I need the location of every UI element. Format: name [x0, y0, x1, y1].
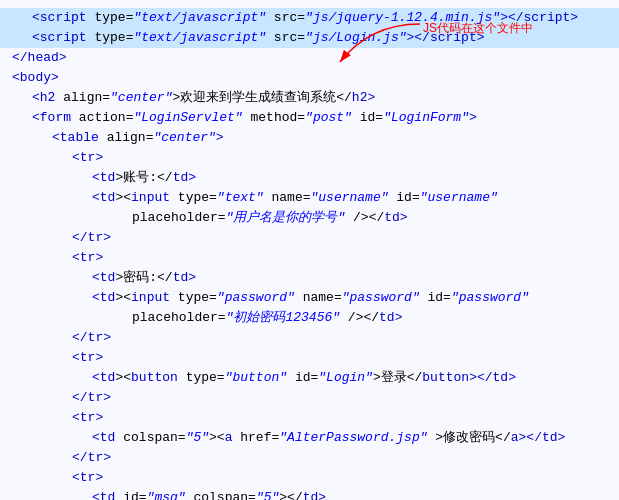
code-token: "初始密码123456"	[226, 310, 340, 325]
code-token: >欢迎来到学生成绩查询系统</	[172, 90, 351, 105]
code-token: "username"	[310, 190, 388, 205]
code-token: >	[103, 230, 111, 245]
code-token: /></	[340, 310, 379, 325]
code-line: <td><input type="password" name="passwor…	[0, 288, 619, 308]
code-token: <	[92, 490, 100, 500]
code-token: "password"	[217, 290, 295, 305]
code-token: td	[379, 310, 395, 325]
code-token: h2	[352, 90, 368, 105]
code-token: td	[100, 270, 116, 285]
code-token: head	[28, 50, 59, 65]
code-token: td	[493, 370, 509, 385]
code-token: button	[131, 370, 178, 385]
code-token: td	[384, 210, 400, 225]
code-line: <tr>	[0, 468, 619, 488]
code-token: >	[95, 150, 103, 165]
code-token: tr	[80, 410, 96, 425]
code-token: >	[508, 370, 516, 385]
code-token: input	[131, 290, 170, 305]
code-line: <td><button type="button" id="Login">登录<…	[0, 368, 619, 388]
code-token: "AlterPassword.jsp"	[279, 430, 427, 445]
code-token: id=	[389, 190, 420, 205]
code-line: <table align="center">	[0, 128, 619, 148]
code-token: </	[72, 230, 88, 245]
code-token: table	[60, 130, 99, 145]
code-token: h2	[40, 90, 56, 105]
code-token: >	[95, 470, 103, 485]
code-token: script	[40, 30, 87, 45]
code-token: "password"	[342, 290, 420, 305]
code-token: >	[95, 250, 103, 265]
code-token: >	[59, 50, 67, 65]
code-token: >	[318, 490, 326, 500]
code-token: <	[32, 90, 40, 105]
code-token: id=	[115, 490, 146, 500]
code-token: td	[100, 370, 116, 385]
code-token: <	[12, 70, 20, 85]
code-token: td	[303, 490, 319, 500]
code-token: <	[72, 350, 80, 365]
code-token: href=	[232, 430, 279, 445]
code-token: <	[92, 170, 100, 185]
code-token: "msg"	[147, 490, 186, 500]
code-token: >	[400, 210, 408, 225]
code-token: colspan=	[115, 430, 185, 445]
code-token: <	[92, 370, 100, 385]
code-token: ><	[209, 430, 225, 445]
code-token: colspan=	[186, 490, 256, 500]
code-token: td	[100, 290, 116, 305]
code-token: "LoginServlet"	[133, 110, 242, 125]
code-token: >	[395, 310, 403, 325]
code-token: td	[173, 270, 189, 285]
code-token: <	[92, 290, 100, 305]
code-token: button	[422, 370, 469, 385]
code-line: <tr>	[0, 148, 619, 168]
code-token: align=	[55, 90, 110, 105]
code-token: >	[570, 10, 578, 25]
code-token: type=	[87, 30, 134, 45]
code-token: td	[173, 170, 189, 185]
code-line: placeholder="用户名是你的学号" /></td>	[0, 208, 619, 228]
code-token: <	[72, 410, 80, 425]
code-token: placeholder=	[132, 310, 226, 325]
code-token: td	[542, 430, 558, 445]
code-token: </	[12, 50, 28, 65]
code-token: </	[72, 390, 88, 405]
code-token: td	[100, 190, 116, 205]
code-token: >	[51, 70, 59, 85]
code-token: >	[469, 110, 477, 125]
code-token: "center"	[110, 90, 172, 105]
code-line: <h2 align="center">欢迎来到学生成绩查询系统</h2>	[0, 88, 619, 108]
annotation-text: JS代码在这个文件中	[423, 20, 533, 37]
code-token: <	[92, 430, 100, 445]
code-token: placeholder=	[132, 210, 226, 225]
code-token: <	[92, 270, 100, 285]
code-token: >	[188, 270, 196, 285]
code-token: >	[558, 430, 566, 445]
code-token: >账号:</	[115, 170, 172, 185]
code-line: <td colspan="5"><a href="AlterPassword.j…	[0, 428, 619, 448]
code-line: </tr>	[0, 328, 619, 348]
code-token: name=	[264, 190, 311, 205]
code-line: <body>	[0, 68, 619, 88]
code-token: >修改密码</	[428, 430, 511, 445]
code-token: "LoginForm"	[383, 110, 469, 125]
code-token: name=	[295, 290, 342, 305]
code-token: td	[100, 170, 116, 185]
code-token: "text"	[217, 190, 264, 205]
code-token: tr	[80, 350, 96, 365]
code-line: </head>	[0, 48, 619, 68]
code-token: action=	[71, 110, 133, 125]
code-token: <	[32, 110, 40, 125]
code-token: tr	[88, 230, 104, 245]
code-line: <td>账号:</td>	[0, 168, 619, 188]
code-token: >	[367, 90, 375, 105]
code-token: tr	[88, 450, 104, 465]
code-token: type=	[178, 370, 225, 385]
code-line: <tr>	[0, 248, 619, 268]
code-token: input	[131, 190, 170, 205]
code-token: <	[32, 10, 40, 25]
code-token: "password"	[451, 290, 529, 305]
code-token: "用户名是你的学号"	[226, 210, 346, 225]
code-token: /></	[345, 210, 384, 225]
